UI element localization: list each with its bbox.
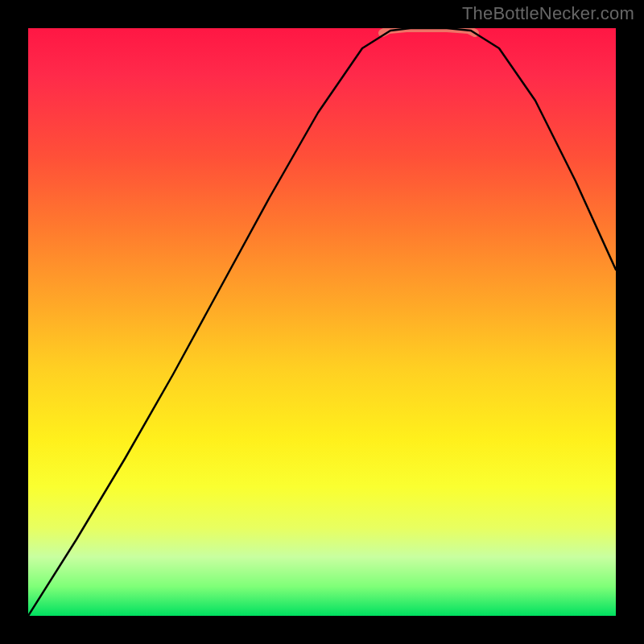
chart-container: { "watermark": "TheBottleNecker.com", "c… bbox=[0, 0, 644, 644]
watermark-text: TheBottleNecker.com bbox=[462, 3, 634, 24]
chart-gradient-background bbox=[28, 28, 616, 616]
